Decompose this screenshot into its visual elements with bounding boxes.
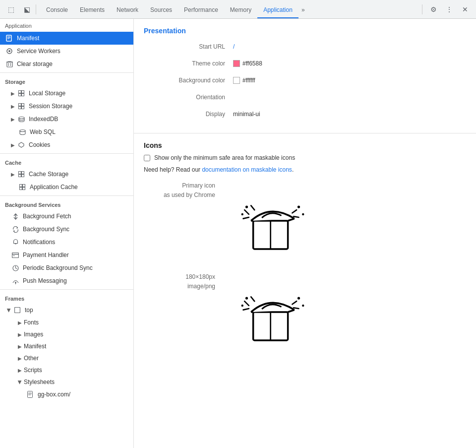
- close-devtools-button[interactable]: ✕: [458, 2, 472, 16]
- sidebar-toggle-button[interactable]: ⬕: [20, 2, 34, 16]
- sidebar-item-gg-box[interactable]: gg-box.com/: [0, 388, 133, 401]
- svg-rect-21: [19, 172, 21, 174]
- sidebar-item-periodic-bg-sync[interactable]: Periodic Background Sync: [0, 261, 133, 274]
- icons-section: Icons Show only the minimum safe area fo…: [134, 133, 476, 372]
- background-color-text: #ffffff: [242, 77, 255, 84]
- top-arrow: ▶: [6, 308, 12, 312]
- toolbar-right-controls: ⚙ ⋮ ✕: [420, 2, 472, 16]
- stylesheets-label: Stylesheets: [24, 379, 55, 385]
- sidebar-item-top[interactable]: ▶ top: [0, 304, 133, 317]
- svg-rect-13: [22, 94, 24, 96]
- primary-icon-svg: [238, 186, 307, 256]
- second-icon-image: [223, 272, 322, 352]
- periodic-bg-sync-label: Periodic Background Sync: [23, 264, 93, 271]
- sidebar-item-fonts[interactable]: ▶ Fonts: [0, 317, 133, 328]
- svg-point-5: [8, 50, 10, 52]
- svg-rect-39: [15, 308, 20, 313]
- sidebar-item-stylesheets[interactable]: ▶ Stylesheets: [0, 376, 133, 388]
- svg-rect-6: [7, 62, 12, 67]
- bg-services-section-header: Background Services: [0, 198, 133, 210]
- frame-manifest-arrow: ▶: [18, 344, 22, 349]
- svg-line-57: [243, 309, 249, 310]
- orientation-row: Orientation: [144, 91, 466, 103]
- sidebar-item-images[interactable]: ▶ Images: [0, 328, 133, 340]
- clear-storage-icon: [5, 60, 14, 68]
- start-url-link[interactable]: /: [233, 43, 235, 50]
- sidebar-item-cache-storage[interactable]: ▶ Cache Storage: [0, 168, 133, 181]
- display-value: minimal-ui: [233, 111, 260, 118]
- tab-application[interactable]: Application: [257, 2, 298, 18]
- sidebar-item-background-sync[interactable]: Background Sync: [0, 223, 133, 236]
- tab-elements[interactable]: Elements: [74, 2, 111, 18]
- svg-point-64: [241, 305, 243, 307]
- second-icon-type: image/png: [144, 282, 215, 291]
- svg-rect-27: [20, 188, 22, 190]
- tab-performance[interactable]: Performance: [178, 2, 224, 18]
- maskable-icons-checkbox[interactable]: [144, 155, 150, 161]
- gg-box-file-icon: [26, 390, 35, 399]
- sidebar-item-clear-storage[interactable]: Clear storage: [0, 58, 133, 70]
- svg-rect-17: [22, 107, 24, 109]
- scripts-label: Scripts: [24, 367, 42, 374]
- sidebar-item-scripts[interactable]: ▶ Scripts: [0, 364, 133, 376]
- toolbar-right-divider: [422, 4, 422, 14]
- tab-console[interactable]: Console: [40, 2, 74, 18]
- tab-memory[interactable]: Memory: [224, 2, 257, 18]
- devtools-tabs: Console Elements Network Sources Perform…: [40, 0, 308, 18]
- tab-more-button[interactable]: »: [298, 2, 308, 18]
- sidebar-item-other[interactable]: ▶ Other: [0, 352, 133, 364]
- cookies-label: Cookies: [29, 141, 50, 148]
- sidebar-item-push-messaging[interactable]: Push Messaging: [0, 274, 133, 287]
- sidebar-item-notifications[interactable]: Notifications: [0, 236, 133, 249]
- sidebar-item-background-fetch[interactable]: Background Fetch: [0, 210, 133, 223]
- primary-icon-meta: Primary icon as used by Chrome: [144, 181, 223, 260]
- main-layout: Application Manifest Service Workers Cle…: [0, 19, 476, 448]
- sidebar-item-application-cache[interactable]: Application Cache: [0, 181, 133, 193]
- top-frame-icon: [13, 306, 22, 315]
- svg-rect-24: [22, 175, 24, 177]
- maskable-icons-doc-link[interactable]: documentation on maskable icons: [202, 166, 292, 173]
- stylesheets-arrow: ▶: [17, 380, 23, 384]
- second-icon-display: 180×180px image/png: [144, 272, 466, 352]
- sidebar-item-manifest[interactable]: Manifest: [0, 32, 133, 45]
- service-workers-icon: [5, 47, 14, 56]
- background-color-value: #ffffff: [233, 77, 255, 84]
- sidebar-divider-2: [0, 153, 133, 154]
- indexeddb-arrow: ▶: [11, 117, 15, 122]
- sidebar-item-frame-manifest[interactable]: ▶ Manifest: [0, 340, 133, 352]
- svg-point-62: [298, 297, 300, 299]
- indexeddb-label: IndexedDB: [29, 116, 58, 123]
- svg-rect-15: [22, 104, 24, 106]
- sidebar-item-local-storage[interactable]: ▶ Local Storage: [0, 87, 133, 100]
- orientation-label: Orientation: [144, 94, 233, 101]
- svg-line-46: [243, 217, 249, 219]
- settings-button[interactable]: ⚙: [426, 2, 440, 16]
- cache-storage-label: Cache Storage: [29, 171, 68, 178]
- top-frame-label: top: [25, 307, 33, 314]
- sidebar-item-service-workers[interactable]: Service Workers: [0, 45, 133, 58]
- primary-icon-sublabel: as used by Chrome: [144, 191, 215, 200]
- more-options-button[interactable]: ⋮: [442, 2, 456, 16]
- sidebar-item-web-sql[interactable]: Web SQL: [0, 126, 133, 138]
- svg-line-60: [294, 308, 299, 309]
- application-cache-label: Application Cache: [30, 184, 78, 191]
- application-cache-icon: [18, 183, 27, 192]
- svg-point-18: [19, 117, 24, 119]
- presentation-title: Presentation: [144, 27, 466, 35]
- svg-point-19: [20, 129, 25, 131]
- maskable-icons-label[interactable]: Show only the minimum safe area for mask…: [154, 154, 295, 161]
- restore-button[interactable]: ⬚: [4, 2, 18, 16]
- sidebar-item-payment-handler[interactable]: Payment Handler: [0, 249, 133, 261]
- sidebar-item-indexeddb[interactable]: ▶ IndexedDB: [0, 113, 133, 126]
- tab-sources[interactable]: Sources: [144, 2, 178, 18]
- local-storage-icon: [17, 89, 26, 98]
- web-sql-label: Web SQL: [30, 128, 56, 135]
- images-arrow: ▶: [18, 332, 22, 337]
- sidebar-item-session-storage[interactable]: ▶ Session Storage: [0, 100, 133, 113]
- sidebar-item-cookies[interactable]: ▶ Cookies: [0, 138, 133, 151]
- service-workers-label: Service Workers: [17, 48, 60, 55]
- cache-storage-arrow: ▶: [11, 172, 15, 177]
- theme-color-value: #ff6588: [233, 60, 262, 67]
- tab-network[interactable]: Network: [111, 2, 144, 18]
- indexeddb-icon: [17, 115, 26, 124]
